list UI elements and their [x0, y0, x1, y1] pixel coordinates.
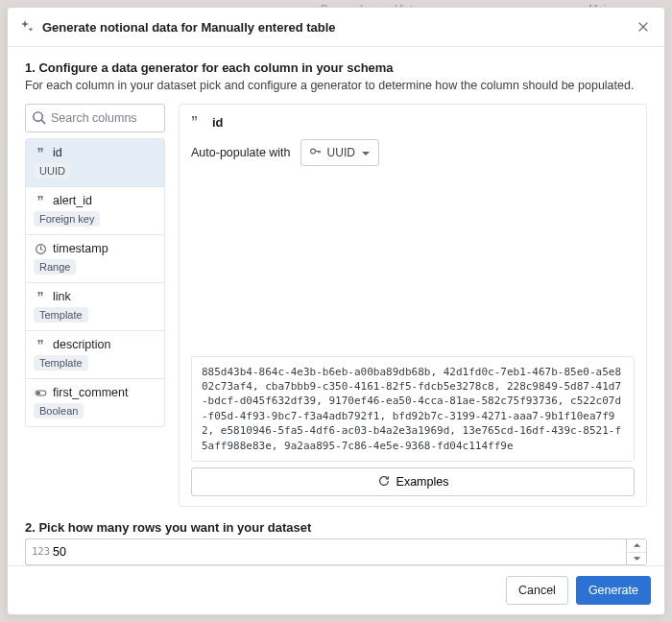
column-item-alert-id[interactable]: alert_id Foreign key [26, 187, 164, 235]
column-name: timestamp [53, 242, 108, 255]
string-type-icon [34, 194, 47, 207]
chevron-down-icon [361, 148, 371, 157]
regenerate-examples-button[interactable]: Examples [191, 467, 635, 496]
generator-badge: Template [34, 355, 88, 371]
generator-badge: Foreign key [34, 211, 100, 227]
row-count-decrement[interactable] [627, 553, 646, 565]
boolean-type-icon [34, 386, 47, 399]
search-icon [32, 110, 46, 125]
column-name: id [53, 146, 62, 159]
modal-footer: Cancel Generate [8, 565, 664, 614]
string-type-icon [191, 114, 206, 130]
columns-list: id UUID alert_id Foreign key timestamp R… [25, 138, 165, 427]
column-item-id[interactable]: id UUID [26, 139, 164, 187]
string-type-icon [34, 338, 47, 351]
close-button[interactable] [634, 17, 653, 36]
step2-heading: 2. Pick how many rows you want in your d… [25, 520, 647, 535]
column-name: first_comment [53, 386, 129, 399]
step1-heading: 1. Configure a data generator for each c… [25, 60, 647, 75]
generator-badge: Template [34, 307, 88, 323]
column-item-link[interactable]: link Template [26, 283, 164, 331]
modal-title: Generate notional data for Manually ente… [42, 20, 634, 35]
svg-point-0 [34, 112, 42, 121]
refresh-icon [377, 474, 391, 490]
columns-sidebar: id UUID alert_id Foreign key timestamp R… [25, 104, 165, 507]
detail-column-name: id [212, 115, 224, 130]
modal-header: Generate notional data for Manually ente… [8, 8, 664, 47]
step2: 2. Pick how many rows you want in your d… [25, 520, 647, 565]
generate-data-modal: Generate notional data for Manually ente… [7, 7, 665, 615]
step1-subtext: For each column in your dataset pick and… [25, 79, 647, 92]
svg-point-4 [310, 149, 315, 154]
column-item-first-comment[interactable]: first_comment Boolean [26, 379, 164, 426]
configurator-row: id UUID alert_id Foreign key timestamp R… [25, 104, 647, 507]
modal-body: 1. Configure a data generator for each c… [8, 47, 664, 565]
column-item-timestamp[interactable]: timestamp Range [26, 235, 164, 283]
column-name: description [53, 338, 110, 351]
column-name: alert_id [53, 194, 92, 207]
auto-populate-label: Auto-populate with [191, 146, 291, 159]
generator-badge: UUID [34, 163, 71, 179]
examples-label: Examples [396, 475, 449, 489]
detail-column-heading: id [191, 114, 635, 130]
row-count-wrap: 123 [25, 538, 647, 565]
auto-populate-row: Auto-populate with UUID [191, 139, 635, 166]
column-name: link [53, 290, 71, 303]
sparkle-icon [19, 19, 35, 35]
column-detail-panel: id Auto-populate with UUID 8 [179, 104, 647, 507]
string-type-icon [34, 146, 47, 159]
column-item-description[interactable]: description Template [26, 331, 164, 379]
row-count-stepper [626, 538, 647, 565]
row-count-input[interactable] [25, 538, 626, 565]
generator-badge: Range [34, 259, 76, 275]
sample-output: 885d43b4-864c-4e3b-b6eb-a00ba89db68b, 42… [191, 356, 635, 462]
cancel-button[interactable]: Cancel [506, 576, 568, 605]
row-count-increment[interactable] [627, 539, 646, 553]
string-type-icon [34, 290, 47, 303]
numeric-type-icon: 123 [32, 545, 50, 557]
svg-point-3 [36, 392, 39, 395]
generator-badge: Boolean [34, 403, 84, 419]
generator-select-label: UUID [327, 146, 355, 159]
generate-button[interactable]: Generate [576, 576, 651, 605]
clock-type-icon [34, 242, 47, 255]
search-columns-wrap [25, 104, 165, 132]
generator-select[interactable]: UUID [300, 139, 379, 166]
key-icon [309, 145, 322, 160]
